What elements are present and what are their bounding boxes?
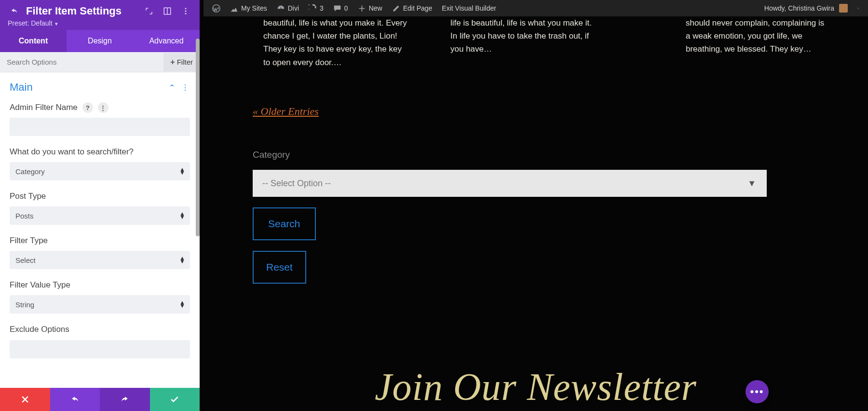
field-filter-value-type: Filter Value Type String ▲▼ — [10, 280, 190, 314]
comment-icon — [333, 4, 341, 13]
chevron-up-icon[interactable]: ⌃ — [167, 83, 176, 92]
pencil-icon — [392, 4, 400, 13]
updates-count: 3 — [320, 4, 324, 12]
close-icon — [20, 395, 30, 404]
preset-label: Preset: Default — [8, 19, 53, 27]
sort-arrows-icon: ▲▼ — [179, 212, 185, 219]
help-icon[interactable]: ? — [82, 102, 93, 113]
panel-header: Filter Item Settings Preset: Default ▾ — [0, 0, 200, 30]
triangle-down-icon: ▼ — [747, 177, 756, 191]
field-label: Filter Type — [10, 235, 48, 246]
wordpress-icon — [212, 4, 220, 13]
options-search-input[interactable] — [0, 52, 163, 72]
panel-menu-button[interactable] — [179, 5, 192, 17]
settings-panel: Filter Item Settings Preset: Default ▾ C… — [0, 0, 200, 411]
field-menu-icon[interactable]: ⋮ — [98, 102, 108, 113]
preset-selector[interactable]: Preset: Default ▾ — [8, 19, 192, 27]
field-label: What do you want to search/filter? — [10, 147, 134, 157]
newsletter-heading: Join Our Newsletter — [203, 356, 868, 411]
undo-arrow-icon — [10, 7, 18, 15]
add-filter-label: Filter — [177, 58, 193, 66]
sort-arrows-icon: ▲▼ — [179, 168, 185, 175]
excerpt-col-1: beautiful, life is what you make it. Eve… — [263, 16, 408, 69]
save-button[interactable] — [150, 388, 200, 411]
admin-filter-name-input[interactable] — [10, 118, 190, 136]
caret-down-icon: ▾ — [54, 21, 58, 27]
discard-button[interactable] — [0, 388, 50, 411]
panel-scrollbar[interactable] — [196, 39, 200, 387]
panel-tabs: Content Design Advanced — [0, 30, 200, 52]
filter-type-select[interactable]: Select ▲▼ — [10, 251, 190, 269]
scrollbar-thumb[interactable] — [196, 39, 200, 236]
svg-point-5 — [185, 13, 187, 14]
new-link[interactable]: New — [353, 0, 387, 16]
older-entries-link[interactable]: « Older Entries — [253, 103, 319, 120]
edit-page-label: Edit Page — [403, 4, 433, 12]
undo-button[interactable] — [50, 388, 100, 411]
svg-point-1 — [858, 8, 859, 9]
select-value: Select — [15, 256, 36, 264]
tab-content[interactable]: Content — [0, 30, 67, 52]
redo-icon — [120, 395, 130, 404]
wp-logo[interactable] — [207, 0, 225, 16]
divi-link[interactable]: Divi — [272, 0, 304, 16]
refresh-icon — [309, 4, 317, 13]
plus-icon: + — [170, 58, 175, 67]
select-placeholder: -- Select Option -- — [262, 177, 331, 191]
add-filter-button[interactable]: + Filter — [163, 53, 200, 71]
search-icon — [857, 4, 859, 13]
undo-icon — [70, 395, 80, 404]
tab-advanced[interactable]: Advanced — [133, 30, 200, 52]
back-button[interactable] — [8, 5, 20, 17]
exclude-options-input[interactable] — [10, 340, 190, 358]
filter-value-type-select[interactable]: String ▲▼ — [10, 295, 190, 314]
select-value: Category — [15, 167, 45, 176]
field-label: Filter Value Type — [10, 280, 70, 290]
what-filter-select[interactable]: Category ▲▼ — [10, 162, 190, 180]
my-sites-link[interactable]: My Sites — [225, 0, 272, 16]
field-label: Admin Filter Name — [10, 102, 78, 113]
layout-button[interactable] — [161, 5, 174, 17]
field-label: Post Type — [10, 191, 46, 202]
sites-icon — [230, 4, 238, 13]
reset-button[interactable]: Reset — [253, 251, 306, 284]
howdy-label: Howdy, Christina Gwira — [764, 4, 834, 12]
wp-admin-bar: My Sites Divi 3 0 New Edit Page Exit Vis… — [203, 0, 868, 16]
excerpt-col-3: should never complain, complaining is a … — [686, 16, 830, 69]
post-type-select[interactable]: Posts ▲▼ — [10, 206, 190, 225]
comments-link[interactable]: 0 — [328, 0, 353, 16]
howdy-user[interactable]: Howdy, Christina Gwira — [760, 0, 853, 16]
divi-label: Divi — [288, 4, 299, 12]
redo-button[interactable] — [100, 388, 150, 411]
plus-icon — [358, 4, 366, 13]
dots-vertical-icon[interactable]: ⋮ — [180, 83, 190, 92]
panel-footer — [0, 388, 200, 411]
updates-link[interactable]: 3 — [304, 0, 328, 16]
my-sites-label: My Sites — [241, 4, 267, 12]
category-label: Category — [253, 148, 868, 162]
field-filter-type: Filter Type Select ▲▼ — [10, 235, 190, 269]
divi-fab-button[interactable]: ••• — [746, 380, 769, 403]
gauge-icon — [277, 4, 285, 13]
field-exclude-options: Exclude Options — [10, 324, 190, 358]
section-main-header[interactable]: Main ⌃ ⋮ — [10, 81, 190, 94]
exit-builder-label: Exit Visual Builder — [442, 4, 496, 12]
edit-page-link[interactable]: Edit Page — [387, 0, 437, 16]
admin-search-button[interactable] — [853, 0, 864, 16]
excerpt-col-2: life is beautiful, life is what you make… — [450, 16, 595, 69]
field-label: Exclude Options — [10, 324, 69, 335]
expand-icon — [145, 7, 153, 15]
expand-button[interactable] — [143, 5, 155, 17]
section-main-label: Main — [10, 81, 163, 94]
category-select[interactable]: -- Select Option -- ▼ — [253, 170, 767, 197]
select-value: String — [15, 301, 34, 309]
tab-design[interactable]: Design — [67, 30, 133, 52]
exit-builder-link[interactable]: Exit Visual Builder — [437, 0, 501, 16]
sort-arrows-icon: ▲▼ — [179, 257, 185, 263]
svg-point-3 — [185, 8, 187, 9]
comments-count: 0 — [344, 4, 348, 12]
search-button[interactable]: Search — [253, 207, 316, 240]
avatar — [839, 4, 848, 13]
field-admin-filter-name: Admin Filter Name ? ⋮ — [10, 102, 190, 136]
page-preview: beautiful, life is what you make it. Eve… — [203, 16, 868, 411]
